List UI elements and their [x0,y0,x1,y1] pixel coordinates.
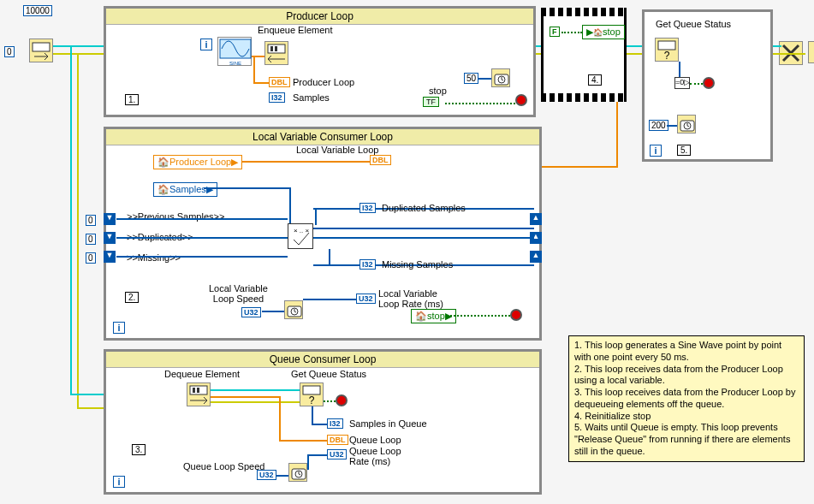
u32-indicator: U32 [356,294,376,304]
queue-loop-rate-label: Queue Loop Rate (ms) [349,446,401,466]
compare-subvi-node: × .. × [288,223,313,249]
lv-consumer-loop: Local Variable Consumer Loop Local Varia… [104,127,542,341]
svg-rect-4 [270,46,273,51]
note-5: 5. Waits until Queue is empty. This loop… [574,422,799,457]
u32-control: U32 [241,307,261,317]
u32-control: U32 [257,470,276,480]
stop-var-label: stop [603,27,621,37]
wait-ms-node [491,68,510,87]
samples-var-label: Samples [169,184,206,194]
sr-init-0c: 0 [86,252,96,264]
samples-in-queue-label: Samples in Queue [349,418,427,429]
get-queue-status-node-2: ? [300,382,324,406]
status-stop-condition [703,77,715,89]
i32-type-icon: I32 [269,92,285,103]
svg-text:?: ? [309,394,315,406]
u32-indicator: U32 [327,449,347,460]
wait-ms-node-4 [288,463,307,482]
get-queue-status-node: ? [655,38,679,62]
lv-stop-label: stop [427,311,445,321]
wait-ms-node-2 [677,115,696,133]
status-loop: Get Queue Status ? =0▷ 200 i 5. ?! [642,9,773,162]
iteration-terminal: i [113,476,125,488]
stop-condition [515,94,527,106]
shift-register-left: ▼ [104,251,116,263]
dbl-type-icon: DBL [370,155,391,165]
dup-samples-label: Duplicated Samples [382,203,466,213]
note-2: 2. This loop receives data from the Prod… [574,364,799,388]
samples-constant: 10000 [23,5,52,16]
section-4-label: 4. [588,74,602,86]
svg-text:× .. ×: × .. × [294,227,310,234]
section-5-label: 5. [677,145,691,156]
q-stop-condition [336,394,348,406]
sr-miss-label: >>Missing>> [127,252,181,263]
section-3-label: 3. [132,444,146,455]
i32-type-icon: I32 [359,259,376,270]
iteration-terminal: i [650,145,662,157]
shift-register-left: ▼ [104,213,116,225]
queue-consumer-title: Queue Consumer Loop [106,352,539,368]
note-4: 4. Reinitialize stop [574,411,799,423]
lv-speed-label: Local Variable Loop Speed [209,283,268,304]
producer-loop: Producer Loop Enqueue Element SINE DBL P… [104,6,536,117]
lv-consumer-title: Local Variable Consumer Loop [106,129,539,145]
compare-zero-node: =0▷ [674,77,690,89]
producer-loop-local-var: 🏠Producer Loop▶ [153,155,242,169]
svg-text:SINE: SINE [229,61,241,66]
section-1-label: 1. [125,94,139,105]
shift-register-right: ▲ [530,251,542,263]
sr-init-0a: 0 [86,215,96,226]
wait-50-constant: 50 [464,73,478,84]
enqueue-label: Enqueue Element [258,25,332,35]
svg-rect-18 [197,388,199,393]
samples-local-var: 🏠Samples▶ [153,182,217,197]
lv-stop-condition [510,309,522,321]
false-constant: F [550,27,560,37]
svg-rect-8 [658,41,675,50]
svg-text:?: ? [664,50,670,61]
shift-register-left: ▼ [104,232,116,244]
svg-rect-19 [303,386,320,394]
section-2-label: 2. [125,292,139,303]
dequeue-label: Dequeue Element [164,369,240,379]
dbl-type-icon: DBL [327,435,348,445]
i32-type-icon: I32 [327,418,343,429]
lv-rate-label: Local Variable Loop Rate (ms) [378,288,443,309]
sequence-frame: F ▶🏠stop 4. [541,8,627,102]
enqueue-element-node [264,41,288,65]
shift-register-right: ▲ [530,213,542,225]
miss-samples-label: Missing Samples [382,259,453,270]
wait-200-constant: 200 [649,120,668,131]
iteration-terminal: i [200,39,212,50]
note-3: 3. This loop receives data from the Prod… [574,387,799,411]
note-1: 1. This loop generates a Sine Wave point… [574,340,799,364]
q-speed-label: Queue Loop Speed [183,461,264,471]
sine-generator-node: SINE [217,37,252,66]
notes-box: 1. This loop generates a Sine Wave point… [568,335,805,462]
sr-init-0b: 0 [86,234,96,245]
stop-local-variable: ▶🏠stop [582,25,625,39]
samples-indicator-label: Samples [293,92,330,103]
iteration-terminal: i [113,322,125,334]
producer-loop-title: Producer Loop [106,9,533,25]
sr-prev-label: >>Previous Samples>> [127,211,224,222]
svg-rect-5 [275,46,277,51]
queue-loop-indicator-label: Queue Loop [349,435,401,445]
wait-ms-node-3 [284,300,303,319]
lv-sub-label: Local Variable Loop [296,145,378,155]
queue-consumer-loop: Queue Consumer Loop Dequeue Element Get … [104,349,542,495]
dbl-type-icon: DBL [269,77,290,87]
svg-rect-0 [33,43,50,51]
stop-tf-terminal: TF [423,97,439,107]
stop-label: stop [429,86,447,96]
status-title: Get Queue Status [656,19,731,29]
producer-loop-indicator-label: Producer Loop [293,77,354,87]
status-label: Get Queue Status [291,369,366,379]
error-handler-node: ?! [808,41,814,63]
dequeue-element-node [187,382,211,406]
i32-type-icon: I32 [359,203,376,213]
obtain-queue-node [29,39,53,62]
svg-rect-17 [193,388,195,393]
zero-constant: 0 [4,46,15,57]
